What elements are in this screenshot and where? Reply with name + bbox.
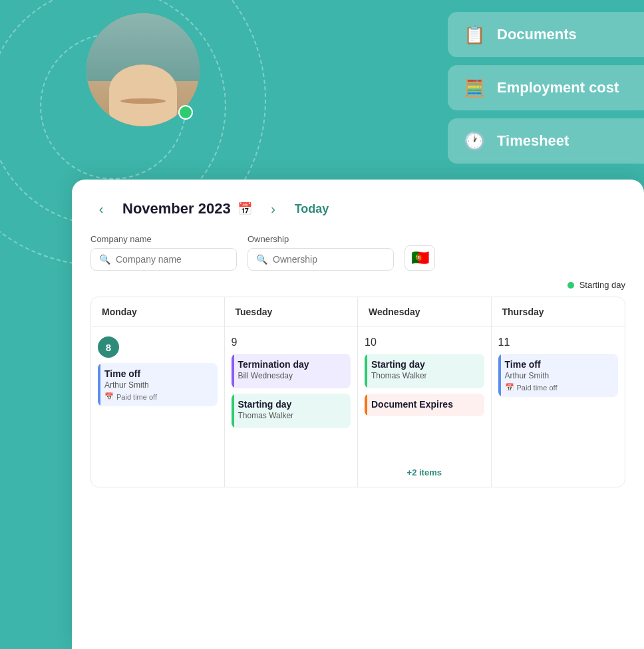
country-filter[interactable]: 🇵🇹	[404, 245, 435, 271]
event-starting-tuesday-title: Starting day	[238, 399, 345, 410]
avatar	[86, 13, 200, 126]
more-items-wednesday[interactable]: +2 items	[365, 467, 484, 477]
ownership-input[interactable]	[273, 254, 385, 265]
company-name-input[interactable]	[116, 254, 228, 265]
event-time-off-monday-meta-text: Paid time off	[116, 393, 157, 401]
event-document-title: Document Expires	[371, 399, 478, 410]
today-button[interactable]: Today	[295, 202, 329, 216]
col-header-monday: Monday	[91, 297, 225, 326]
day-10-cell: 10 Starting day Thomas Walker Document E…	[358, 327, 492, 487]
event-starting-wednesday-subtitle: Thomas Walker	[371, 371, 478, 380]
avatar-status-indicator	[178, 105, 193, 120]
day-11-cell: 11 Time off Arthur Smith 📅 Paid time off	[492, 327, 625, 487]
day-9-cell: 9 Termination day Bill Wednesday Startin…	[225, 327, 359, 487]
day-8-number: 8	[98, 336, 119, 358]
prev-month-button[interactable]: ‹	[90, 198, 112, 219]
event-starting-tuesday[interactable]: Starting day Thomas Walker	[232, 394, 351, 428]
event-time-off-thursday-subtitle: Arthur Smith	[505, 371, 612, 380]
company-name-filter: Company name 🔍	[90, 234, 237, 271]
calendar-title: November 2023 📅	[122, 200, 252, 217]
employment-cost-button[interactable]: 🧮 Employment cost	[448, 65, 644, 110]
timesheet-icon: 🕐	[462, 129, 486, 153]
timesheet-label: Timesheet	[497, 132, 569, 150]
country-flag-icon: 🇵🇹	[411, 249, 429, 267]
event-time-off-monday-meta: 📅 Paid time off	[104, 392, 211, 401]
next-month-button[interactable]: ›	[263, 198, 284, 219]
event-starting-wednesday-title: Starting day	[371, 359, 478, 370]
company-name-input-wrapper[interactable]: 🔍	[90, 248, 237, 271]
day-8-cell: 8 Time off Arthur Smith 📅 Paid time off	[91, 327, 225, 487]
company-search-icon: 🔍	[99, 254, 110, 265]
event-document-wednesday[interactable]: Document Expires	[365, 394, 484, 416]
documents-button[interactable]: 📋 Documents	[448, 12, 644, 57]
event-termination-tuesday[interactable]: Termination day Bill Wednesday	[232, 354, 351, 388]
ownership-search-icon: 🔍	[256, 254, 267, 265]
timesheet-button[interactable]: 🕐 Timesheet	[448, 118, 644, 164]
day-11-number: 11	[498, 336, 619, 348]
event-starting-tuesday-subtitle: Thomas Walker	[238, 411, 345, 420]
event-time-off-thursday[interactable]: Time off Arthur Smith 📅 Paid time off	[498, 354, 619, 397]
calendar-header: ‹ November 2023 📅 › Today	[90, 198, 625, 219]
calendar-header-row: Monday Tuesday Wednesday Thursday	[91, 297, 625, 327]
calendar-icon: 📅	[238, 201, 252, 216]
col-header-tuesday: Tuesday	[225, 297, 359, 326]
starting-day-legend-text: Starting day	[579, 280, 625, 290]
event-starting-wednesday[interactable]: Starting day Thomas Walker	[365, 354, 484, 388]
day-10-number: 10	[365, 336, 484, 348]
event-time-off-monday-title: Time off	[104, 368, 211, 379]
filters-row: Company name 🔍 Ownership 🔍 🇵🇹	[90, 234, 625, 271]
employment-cost-label: Employment cost	[497, 79, 619, 96]
calendar-body-row: 8 Time off Arthur Smith 📅 Paid time off …	[91, 327, 625, 487]
ownership-label: Ownership	[247, 234, 394, 244]
event-time-off-monday[interactable]: Time off Arthur Smith 📅 Paid time off	[98, 363, 218, 406]
legend-row: Starting day	[90, 280, 625, 290]
day-9-number: 9	[232, 336, 351, 348]
ownership-input-wrapper[interactable]: 🔍	[247, 248, 394, 271]
documents-icon: 📋	[462, 23, 486, 47]
calendar-grid: Monday Tuesday Wednesday Thursday 8 Time…	[90, 297, 625, 487]
calendar-month-year: November 2023	[122, 200, 231, 217]
calendar-meta-icon: 📅	[104, 392, 114, 401]
col-header-wednesday: Wednesday	[358, 297, 492, 326]
sidebar-buttons: 📋 Documents 🧮 Employment cost 🕐 Timeshee…	[448, 12, 644, 164]
starting-day-legend-dot	[567, 282, 574, 289]
event-time-off-thursday-meta-text: Paid time off	[517, 384, 558, 392]
event-time-off-thursday-meta: 📅 Paid time off	[505, 383, 612, 392]
event-time-off-monday-subtitle: Arthur Smith	[104, 380, 211, 390]
calendar-meta-icon-2: 📅	[505, 383, 514, 392]
event-termination-subtitle: Bill Wednesday	[238, 371, 345, 380]
ownership-filter: Ownership 🔍	[247, 234, 394, 271]
event-time-off-thursday-title: Time off	[505, 359, 612, 370]
documents-label: Documents	[497, 26, 577, 43]
company-name-label: Company name	[90, 234, 237, 244]
main-card: ‹ November 2023 📅 › Today Company name 🔍…	[72, 180, 644, 649]
event-termination-title: Termination day	[238, 359, 345, 370]
employment-cost-icon: 🧮	[462, 76, 486, 100]
col-header-thursday: Thursday	[492, 297, 625, 326]
